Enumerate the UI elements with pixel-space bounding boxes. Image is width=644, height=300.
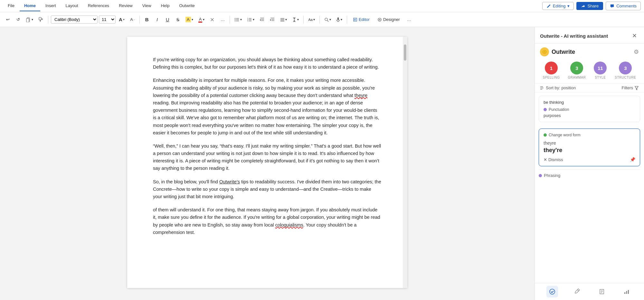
scrollbar-thumb[interactable] [404,44,406,61]
format-painter-button[interactable] [36,16,45,24]
spelling-score-circle: 1 [545,62,558,74]
punctuation-dot [544,108,547,111]
phrasing-dot [539,174,542,177]
numbered-button[interactable]: 1.2.3. ▾ [245,16,256,23]
comments-button[interactable]: Comments [606,2,641,10]
tab-help[interactable]: Help [156,1,174,11]
svg-point-33 [325,18,327,21]
sep3 [230,16,230,24]
tab-home[interactable]: Home [20,1,40,11]
document-text[interactable]: If you're writing copy for an organizati… [153,56,382,236]
styles-button[interactable]: Aa▾ [306,16,317,23]
suggestion-desc-1: purposes [544,113,635,118]
filter-button[interactable]: Filters [622,85,639,90]
svg-rect-48 [626,291,627,294]
structure-score-label: STRUCTURE [615,76,636,79]
svg-rect-35 [337,17,339,20]
clear-format-button[interactable] [208,16,217,23]
bullets-button[interactable]: ▾ [232,16,244,23]
error-word-coloquialisms: coloquialisms [275,222,303,227]
phrasing-title: Phrasing [544,173,560,178]
document-area[interactable]: If you're writing copy for an organizati… [0,27,535,300]
outwrite-logo-icon [540,47,549,56]
svg-rect-2 [39,17,41,20]
edit-tab-button[interactable] [571,286,583,297]
filter-label: Filters [622,85,633,90]
svg-rect-49 [628,290,629,294]
check-tab-button[interactable] [546,286,558,297]
redo-button[interactable]: ↺ [14,16,23,23]
change-word-form-label: Change word form [549,133,581,137]
outwrite-brand-name: Outwrite [552,49,575,55]
tab-references[interactable]: References [83,1,114,11]
structure-score-circle: 3 [619,62,632,74]
highlight-button[interactable]: A▾ [184,15,195,24]
tab-file[interactable]: File [3,1,19,11]
font-size-select[interactable]: 11 10 12 14 [99,15,116,24]
chart-tab-button[interactable] [621,286,632,297]
italic-button[interactable]: I [153,15,162,24]
main-area: If you're writing copy for an organizati… [0,27,644,300]
spacing-button[interactable]: ▾ [290,16,301,23]
sep4 [303,16,304,24]
voice-button[interactable]: ▾ [334,16,344,23]
suggestion-type-row-1: Punctuation [544,107,635,112]
share-button[interactable]: Share [576,2,603,10]
bold-button[interactable]: B [142,15,151,24]
document-page: If you're writing copy for an organizati… [127,37,407,288]
strikethrough-button[interactable]: S̶ [173,16,182,24]
suggestion-type-1: Punctuation [549,107,569,112]
search-toolbar-button[interactable]: ▾ [322,16,333,23]
editor-button[interactable]: Editor [350,16,373,23]
outwrite-sidebar: Outwrite - AI writing assistant ✕ Outwri… [535,27,644,300]
paragraph-5: of them will understand it. For one thin… [153,206,382,236]
indent-button[interactable] [268,16,277,23]
tab-layout[interactable]: Layout [61,1,83,11]
phrasing-section: Phrasing [539,169,640,183]
dismiss-button[interactable]: ✕ Dismiss [544,157,563,162]
suggestion-card-theyre: Change word form theyre they're ✕ Dismis… [539,129,640,166]
pin-button[interactable]: 📌 [630,157,635,162]
tab-outwrite[interactable]: Outwrite [175,1,199,11]
settings-button[interactable]: ⚙ [634,48,639,55]
align-button[interactable]: ▾ [278,16,289,23]
sort-button[interactable]: Sort by: position [540,85,576,90]
tab-review[interactable]: Review [114,1,137,11]
tab-insert[interactable]: Insert [41,1,61,11]
book-tab-button[interactable] [596,286,608,297]
grammar-score-label: GRAMMAR [568,76,586,79]
sidebar-title: Outwrite - AI writing assistant [540,33,608,39]
outwrite-link: Outwrite's [219,179,240,184]
font-color-button[interactable]: A▾ [196,15,207,24]
sep1 [48,16,48,24]
outdent-button[interactable] [258,16,267,23]
close-sidebar-button[interactable]: ✕ [630,32,639,40]
increase-font-button[interactable]: A+ [117,15,127,24]
svg-text:3.: 3. [247,20,249,22]
designer-button[interactable]: Designer [374,16,403,23]
style-score-circle: 11 [594,62,607,74]
sep5 [319,16,320,24]
svg-marker-23 [270,19,271,21]
style-score-col: 11 STYLE [594,62,607,79]
error-word-theyre: theyre [355,93,367,98]
paragraph-4: So, in the blog below, you'll find Outwr… [153,178,382,201]
font-family-select[interactable]: Calibri (Body) Arial Times New Roman [51,15,98,24]
suggestion-type-row-2: Change word form [544,133,635,137]
undo-button[interactable]: ↩ [3,16,12,23]
more-format-button[interactable]: … [218,16,227,23]
svg-marker-19 [260,19,261,21]
suggestion-card-be-thinking: be thinking Punctuation purposes [539,96,640,122]
clipboard-button[interactable]: ▾ [24,16,35,24]
score-row: 1 SPELLING 3 GRAMMAR 11 STYLE 3 S [535,59,644,83]
sidebar-bottom-tabs [535,283,644,300]
sort-filter-row: Sort by: position Filters [535,83,644,92]
svg-point-6 [235,19,235,20]
tab-view[interactable]: View [138,1,156,11]
outwrite-logo: Outwrite [540,47,575,56]
suggestion-context-1: be thinking [544,100,635,105]
editing-button[interactable]: Editing ▾ [542,2,574,10]
decrease-font-button[interactable]: A- [128,16,137,23]
more-toolbar-button[interactable]: … [404,16,413,23]
underline-button[interactable]: U [163,15,172,24]
